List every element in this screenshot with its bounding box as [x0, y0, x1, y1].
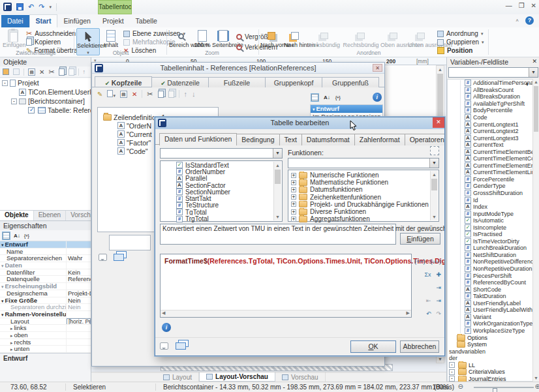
fields-scrollbar[interactable]: ▲ ▼ [532, 79, 539, 382]
property-row[interactable]: Designschema Projekt-Designschema [0, 290, 91, 297]
categorized-view-icon[interactable] [3, 232, 10, 239]
ribbon-tab[interactable]: Projekt [97, 15, 130, 27]
filter-funnel-icon[interactable]: ▼ [525, 82, 530, 87]
wand-icon[interactable]: ✎ [97, 91, 102, 98]
variables-scrollbar[interactable]: ▲ ▼ [273, 162, 281, 220]
edit-line-icon[interactable]: ▤ [120, 91, 127, 98]
variable-item[interactable]: SectionNumber [161, 188, 282, 195]
comment-icon[interactable] [160, 342, 168, 350]
property-row[interactable]: Separatorenzeichen Wahr [0, 255, 91, 262]
expand-all-icon[interactable]: {+} [24, 233, 29, 239]
variable-item[interactable]: SectionFactor [161, 182, 282, 188]
add-user-variable-icon[interactable]: ✚ [436, 268, 441, 281]
variable-item[interactable]: Parallel [161, 175, 282, 182]
window-mode-icon[interactable] [114, 254, 124, 261]
expand-plus-icon[interactable] [291, 202, 296, 207]
scroll-down-icon[interactable]: ▼ [533, 375, 539, 382]
zoom-in-icon[interactable]: ⊕ [535, 383, 539, 390]
formula-hscrollbar[interactable]: ◀▶ [161, 310, 411, 317]
table-section-tab[interactable]: Datenzeile [151, 77, 209, 87]
selection-mode-icon[interactable] [430, 146, 439, 155]
ribbon-tab[interactable]: Einfügen [57, 15, 96, 27]
expand-plus-icon[interactable] [291, 180, 296, 185]
function-category[interactable]: Aggregatsfunktionen [288, 215, 439, 222]
property-row[interactable]: Name [0, 249, 91, 256]
fields-search-combo[interactable]: ▼ [448, 67, 538, 78]
undo-icon[interactable]: ↶ [28, 3, 34, 11]
save-icon[interactable] [16, 3, 23, 10]
property-row[interactable]: unten [0, 346, 91, 353]
new-line-icon[interactable]: ▾ [107, 90, 116, 98]
collapse-ribbon-icon[interactable]: ˄ [516, 18, 519, 23]
ribbon-tab[interactable]: Start [29, 14, 58, 27]
chevron-down-icon[interactable]: ▼ [529, 68, 538, 77]
window-mode-icon[interactable] [176, 342, 186, 350]
variable-item[interactable]: OrderNumber [161, 168, 282, 175]
field-item[interactable]: LL [448, 361, 532, 369]
multicopy-button[interactable]: Mehrfachkopie [123, 38, 176, 46]
panel-tab[interactable]: Objekte [0, 211, 34, 220]
expand-plus-icon[interactable] [291, 187, 296, 192]
copy-object-icon[interactable] [59, 68, 65, 76]
table-section-tab[interactable]: Gruppenfuß [322, 77, 379, 87]
bring-to-front-button[interactable]: Nach vorne ▾ [260, 28, 283, 55]
zoom-out-icon[interactable]: ⊖ [458, 383, 463, 390]
object-tree-item[interactable]: [Berichtscontainer] [0, 97, 91, 106]
expand-plus-icon[interactable] [291, 173, 296, 178]
panel-tab[interactable]: Ebenen [34, 211, 66, 220]
scroll-up-icon[interactable]: ▲ [431, 171, 438, 178]
view-tab[interactable]: Vorschau [275, 372, 326, 382]
send-to-back-button[interactable]: Nach hinten ▾ [284, 28, 306, 55]
edit-object-icon[interactable]: ▤ [28, 68, 35, 76]
edit-dialog-tab[interactable]: Bedingung [236, 134, 279, 145]
property-row[interactable]: oben [0, 332, 91, 339]
insert-tab-icon[interactable]: ⇥ [436, 281, 441, 294]
ribbon-tab[interactable]: Datei [1, 15, 29, 27]
chevron-down-icon[interactable]: ▼ [429, 158, 439, 168]
zoom-slider[interactable] [474, 387, 534, 388]
scroll-up-icon[interactable]: ▲ [437, 66, 444, 73]
property-row[interactable]: Datenquelle References [0, 276, 91, 283]
property-row[interactable]: rechts [0, 339, 91, 346]
functions-filter-comb[interactable]: ▼ [288, 158, 439, 168]
table-window-titlebar[interactable]: Tabelleninhalt - References [RelationRef… [92, 63, 384, 74]
table-section-tab[interactable]: Kopfzeile [95, 76, 152, 87]
formula-editor[interactable]: FormatTime$(References.TgTotal, TiCon.Op… [160, 254, 412, 318]
property-row[interactable]: Rahmen-Voreinstellung [0, 311, 91, 318]
sort-icon[interactable]: A↓ [14, 233, 20, 239]
field-item[interactable]: Options [448, 334, 532, 341]
variable-item[interactable]: TeStructure [161, 202, 282, 209]
edit-dialog-tab[interactable]: Text [279, 134, 302, 145]
categorized-view-icon[interactable] [311, 94, 318, 101]
field-item[interactable]: CriteriaValues [448, 369, 532, 376]
view-tab[interactable]: Layout-Vorschau [199, 372, 275, 382]
table-section-tab[interactable]: Gruppenkopf [265, 77, 322, 87]
align-bottom-button[interactable]: Unten ausrichten [408, 28, 434, 55]
property-category[interactable]: Entwurf [311, 105, 382, 113]
property-row[interactable]: Erscheinungsbild [0, 283, 91, 290]
indent-icon[interactable]: ⇥ [436, 294, 441, 307]
sort-icon[interactable]: A↓ [324, 95, 330, 100]
field-item[interactable]: sandvariablen [448, 348, 532, 355]
cut-object-icon[interactable]: ✂ [48, 68, 54, 76]
expand-plus-icon[interactable] [291, 217, 296, 222]
variables-filter-combo[interactable]: ▼ [160, 148, 283, 158]
scroll-up-icon[interactable]: ▲ [274, 162, 281, 169]
ok-button[interactable]: OK [350, 340, 396, 353]
quick-access-more-icon[interactable]: ▾ [49, 5, 52, 10]
property-row[interactable]: Datenfilter Kein [0, 269, 91, 277]
minimize-button[interactable]: — [506, 2, 512, 9]
edit-dialog-tab[interactable]: Daten und Funktionen [159, 133, 237, 145]
table-window-close-button[interactable]: ✕ [373, 64, 382, 72]
variable-item[interactable]: TrgTotal [161, 215, 282, 222]
zoom-slider-thumb[interactable] [493, 388, 497, 392]
copy-line-icon[interactable] [158, 91, 164, 98]
variable-item[interactable]: IsStandardText [161, 162, 282, 168]
function-category[interactable]: Mathematische Funktionen [288, 179, 439, 186]
cut-line-icon[interactable]: ✂ [147, 90, 153, 98]
arrangement-button[interactable]: Anordnung▾ [437, 29, 483, 38]
expander-icon[interactable] [2, 80, 8, 86]
delete-line-icon[interactable]: ✕ [132, 91, 137, 98]
edit-dialog-tab[interactable]: Zahlenformat [354, 134, 405, 145]
scroll-down-icon[interactable]: ▼ [437, 355, 444, 363]
